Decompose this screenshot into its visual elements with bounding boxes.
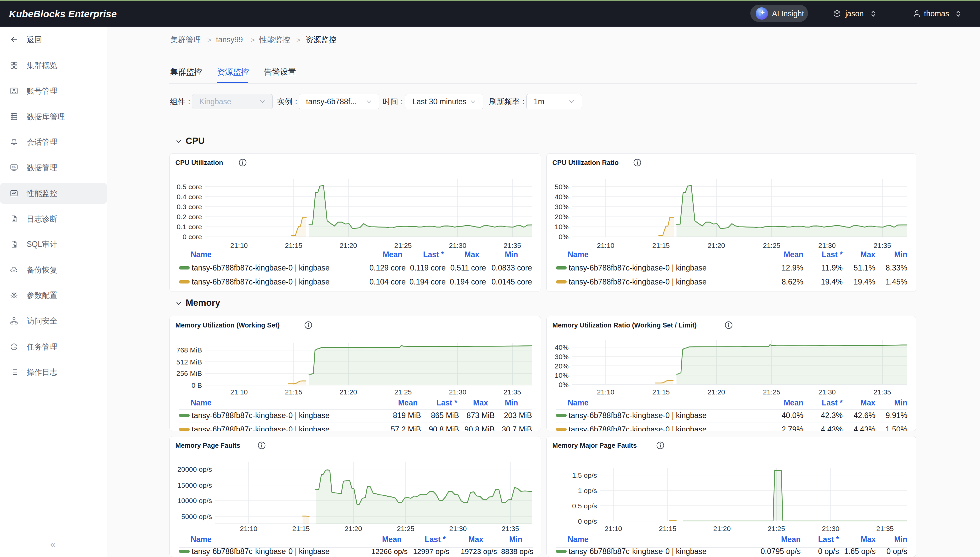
svg-text:SQL: SQL (12, 166, 16, 168)
